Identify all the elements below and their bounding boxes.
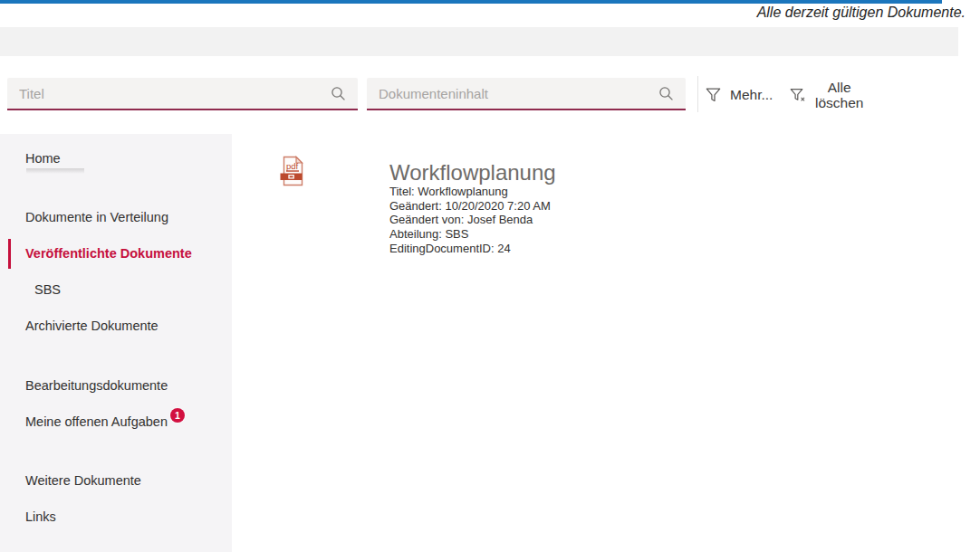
filter-funnel-icon [706,88,721,102]
clear-all-filters-label: Alle löschen [815,80,863,110]
document-meta-line-editing-document-id: EditingDocumentID: 24 [389,242,551,256]
svg-text:pdf: pdf [286,161,299,171]
sidebar-item-bearbeitungsdokumente[interactable]: Bearbeitungsdokumente [25,378,168,393]
content-search-field[interactable] [367,78,686,110]
sidebar-item-label: Meine offenen Aufgaben [25,414,168,429]
document-meta-block: Titel: Workflowplanung Geändert: 10/20/2… [389,185,551,256]
sidebar-item-sbs[interactable]: SBS [34,282,61,297]
sidebar-item-archivierte-dokumente[interactable]: Archivierte Dokumente [25,319,159,333]
toolbar-divider [697,76,698,112]
document-meta-line-abteilung: Abteilung: SBS [389,227,551,242]
sidebar-item-meine-offenen-aufgaben[interactable]: Meine offenen Aufgaben1 [25,414,185,429]
sidebar-item-links[interactable]: Links [25,509,56,524]
sidebar-item-dokumente-in-verteilung[interactable]: Dokumente in Verteilung [25,210,168,224]
sidebar-nav [0,134,232,552]
search-icon[interactable] [331,86,346,101]
sidebar-item-veroeffentlichte-dokumente[interactable]: Veröffentlichte Dokumente [25,246,192,261]
toolbar-background [0,27,958,56]
document-meta-line-titel: Titel: Workflowplanung [389,185,551,199]
content-search-input[interactable] [367,78,658,109]
document-title-link[interactable]: Workflowplanung [389,160,556,186]
document-meta-line-geaendert: Geändert: 10/20/2020 7:20 AM [389,199,551,214]
page-caption: Alle derzeit gültigen Dokumente. [757,5,966,21]
app-window: Alle derzeit gültigen Dokumente. Mehr...… [0,0,980,552]
filter-clear-icon [790,88,806,102]
selected-item-accent-bar [8,239,11,269]
clear-all-filters-button[interactable]: Alle löschen [790,77,863,113]
more-filters-label: Mehr... [730,87,773,103]
sidebar-item-weitere-dokumente[interactable]: Weitere Dokumente [25,473,141,488]
document-meta-line-geaendert-von: Geändert von: Josef Benda [389,213,551,227]
pdf-file-icon[interactable]: pdf [278,156,306,190]
open-tasks-count-badge: 1 [170,408,185,423]
sidebar-divider-shadow [26,168,84,174]
top-accent-bar [0,0,942,4]
title-search-field[interactable] [7,78,358,110]
search-icon[interactable] [658,86,674,101]
sidebar-item-home[interactable]: Home [25,151,61,166]
more-filters-button[interactable]: Mehr... [706,83,773,107]
title-search-input[interactable] [7,78,331,109]
